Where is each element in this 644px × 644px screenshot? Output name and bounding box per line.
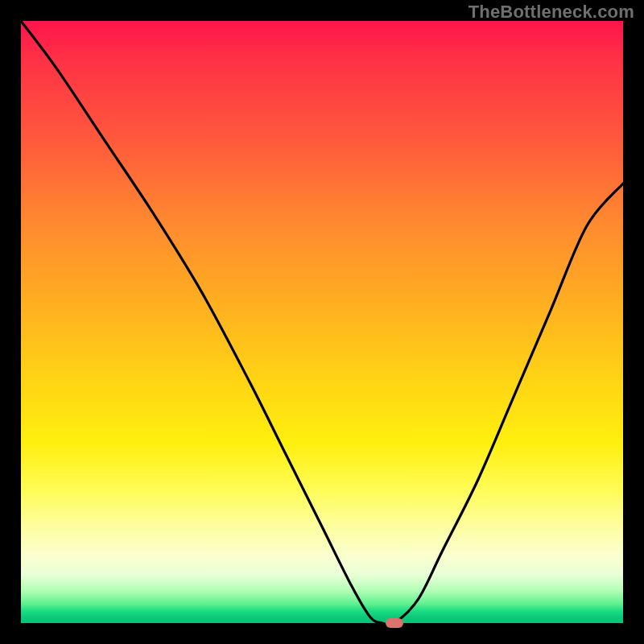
watermark-text: TheBottleneck.com [469,2,634,23]
bottleneck-curve [21,21,623,623]
chart-container: TheBottleneck.com [0,0,644,644]
optimum-marker [386,618,403,628]
